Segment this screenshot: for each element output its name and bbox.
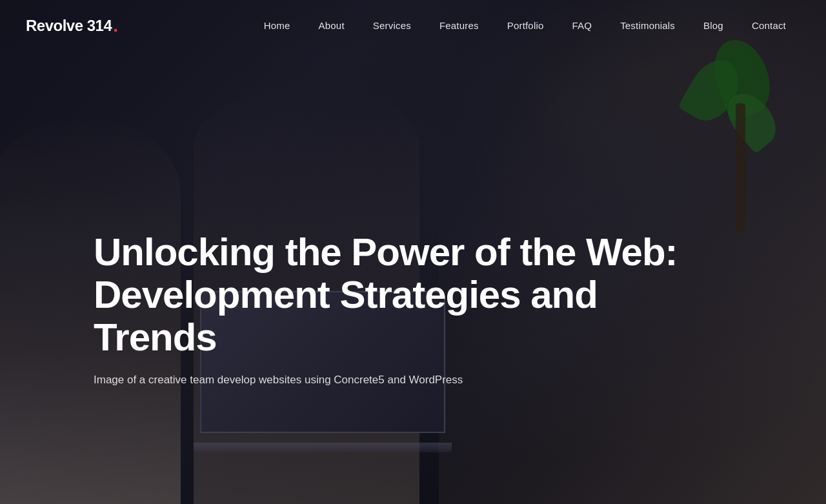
hero-title: Unlocking the Power of the Web: Developm… [94, 231, 713, 359]
nav-item-portfolio[interactable]: Portfolio [493, 20, 558, 32]
nav-link-services[interactable]: Services [359, 15, 425, 36]
nav-item-home[interactable]: Home [250, 20, 305, 32]
hero-content: Unlocking the Power of the Web: Developm… [94, 231, 713, 388]
nav-item-contact[interactable]: Contact [738, 20, 800, 32]
nav-link-faq[interactable]: FAQ [558, 15, 607, 36]
nav-item-faq[interactable]: FAQ [558, 20, 607, 32]
laptop-base [194, 443, 452, 452]
nav-item-features[interactable]: Features [425, 20, 493, 32]
nav-link-testimonials[interactable]: Testimonials [606, 15, 689, 36]
main-navigation: Revolve 314. Home About Services Feature… [0, 0, 826, 52]
logo-text: Revolve 314 [26, 17, 112, 35]
nav-link-contact[interactable]: Contact [738, 15, 800, 36]
nav-link-features[interactable]: Features [425, 15, 493, 36]
nav-item-about[interactable]: About [305, 20, 359, 32]
nav-link-portfolio[interactable]: Portfolio [493, 15, 558, 36]
logo-dot: . [113, 17, 118, 35]
nav-link-about[interactable]: About [305, 15, 359, 36]
nav-link-blog[interactable]: Blog [689, 15, 738, 36]
nav-link-home[interactable]: Home [250, 15, 305, 36]
plant-stem [736, 103, 745, 232]
nav-item-services[interactable]: Services [359, 20, 425, 32]
nav-item-blog[interactable]: Blog [689, 20, 738, 32]
plant-decoration [697, 39, 774, 232]
logo[interactable]: Revolve 314. [26, 17, 118, 35]
nav-item-testimonials[interactable]: Testimonials [606, 20, 689, 32]
hero-section: Revolve 314. Home About Services Feature… [0, 0, 826, 504]
hero-subtitle: Image of a creative team develop website… [94, 372, 713, 388]
nav-links-list: Home About Services Features Portfolio F… [250, 20, 800, 32]
